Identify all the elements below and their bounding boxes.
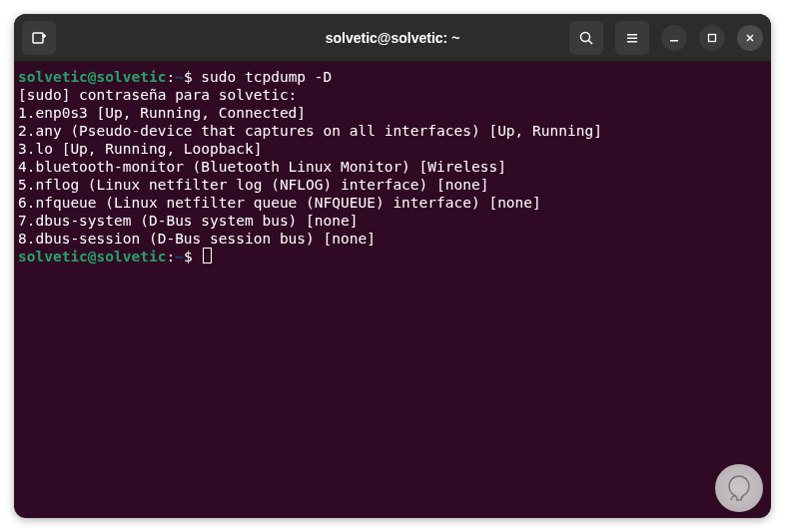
prompt-path: ~ — [175, 248, 184, 266]
output-line: 3.lo [Up, Running, Loopback] — [18, 140, 767, 158]
output-line: 1.enp0s3 [Up, Running, Connected] — [18, 104, 767, 122]
svg-rect-9 — [709, 34, 716, 41]
output-line: 5.nflog (Linux netfilter log (NFLOG) int… — [18, 176, 767, 194]
cursor — [203, 248, 212, 264]
output-line: 8.dbus-session (D-Bus session bus) [none… — [18, 230, 767, 248]
svg-rect-8 — [670, 40, 678, 42]
svg-rect-5 — [627, 34, 637, 36]
prompt-symbol: $ — [184, 248, 201, 266]
minimize-button[interactable] — [661, 25, 687, 51]
prompt-line-1: solvetic@solvetic:~$ sudo tcpdump -D — [18, 68, 767, 86]
svg-line-4 — [589, 40, 593, 44]
watermark-logo — [715, 464, 763, 512]
close-button[interactable] — [737, 25, 763, 51]
output-line: 2.any (Pseudo-device that captures on al… — [18, 122, 767, 140]
prompt-symbol: $ — [184, 68, 201, 86]
svg-rect-0 — [33, 33, 43, 43]
command-text: sudo tcpdump -D — [201, 68, 332, 86]
search-button[interactable] — [569, 21, 603, 55]
output-line: 4.bluetooth-monitor (Bluetooth Linux Mon… — [18, 158, 767, 176]
titlebar: solvetic@solvetic: ~ — [14, 14, 771, 62]
prompt-user: solvetic@solvetic — [18, 68, 166, 86]
terminal-window: solvetic@solvetic: ~ — [14, 14, 771, 518]
svg-rect-7 — [627, 41, 637, 43]
new-tab-button[interactable] — [22, 21, 56, 55]
svg-rect-6 — [627, 37, 637, 39]
maximize-button[interactable] — [699, 25, 725, 51]
terminal-body[interactable]: solvetic@solvetic:~$ sudo tcpdump -D [su… — [14, 62, 771, 271]
svg-point-3 — [581, 32, 590, 41]
titlebar-left — [22, 21, 56, 55]
output-line: 7.dbus-system (D-Bus system bus) [none] — [18, 212, 767, 230]
menu-button[interactable] — [615, 21, 649, 55]
output-line: [sudo] contraseña para solvetic: — [18, 86, 767, 104]
prompt-separator: : — [166, 248, 175, 266]
output-line: 6.nfqueue (Linux netfilter queue (NFQUEU… — [18, 194, 767, 212]
prompt-user: solvetic@solvetic — [18, 248, 166, 266]
prompt-line-2: solvetic@solvetic:~$ — [18, 248, 767, 266]
prompt-separator: : — [166, 68, 175, 86]
window-title: solvetic@solvetic: ~ — [326, 30, 460, 46]
prompt-path: ~ — [175, 68, 184, 86]
titlebar-right — [569, 21, 763, 55]
